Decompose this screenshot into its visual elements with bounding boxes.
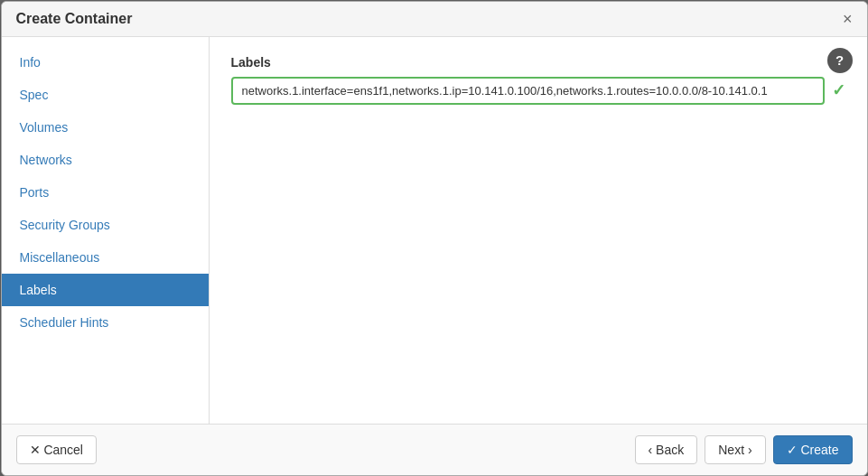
sidebar: Info Spec Volumes Networks Ports Securit… bbox=[2, 37, 210, 424]
labels-input-row: ✓ bbox=[231, 77, 845, 105]
modal-footer: ✕ Cancel ‹ Back Next › ✓ Create bbox=[2, 424, 867, 475]
check-icon: ✓ bbox=[832, 80, 845, 100]
close-button[interactable]: × bbox=[843, 11, 853, 27]
sidebar-item-networks[interactable]: Networks bbox=[2, 144, 209, 176]
sidebar-item-security-groups[interactable]: Security Groups bbox=[2, 209, 209, 241]
labels-input[interactable] bbox=[231, 77, 825, 105]
next-button[interactable]: Next › bbox=[705, 435, 765, 464]
cancel-button[interactable]: ✕ Cancel bbox=[16, 435, 97, 464]
help-button[interactable]: ? bbox=[827, 48, 853, 73]
modal-body: Info Spec Volumes Networks Ports Securit… bbox=[2, 37, 867, 424]
sidebar-item-volumes[interactable]: Volumes bbox=[2, 111, 209, 144]
back-button[interactable]: ‹ Back bbox=[635, 435, 698, 464]
create-button[interactable]: ✓ Create bbox=[773, 435, 853, 464]
sidebar-item-miscellaneous[interactable]: Miscellaneous bbox=[2, 241, 209, 274]
sidebar-item-info[interactable]: Info bbox=[2, 46, 209, 79]
create-container-modal: Create Container × Info Spec Volumes Net… bbox=[1, 1, 868, 476]
footer-right: ‹ Back Next › ✓ Create bbox=[635, 435, 853, 464]
modal-header: Create Container × bbox=[2, 2, 867, 37]
sidebar-item-ports[interactable]: Ports bbox=[2, 176, 209, 209]
modal-overlay: Create Container × Info Spec Volumes Net… bbox=[0, 0, 868, 476]
labels-field-label: Labels bbox=[231, 55, 845, 70]
sidebar-item-scheduler-hints[interactable]: Scheduler Hints bbox=[2, 306, 209, 339]
main-content: ? Labels ✓ bbox=[210, 37, 867, 424]
sidebar-item-labels[interactable]: Labels bbox=[2, 274, 209, 306]
modal-title: Create Container bbox=[16, 11, 133, 27]
footer-left: ✕ Cancel bbox=[16, 435, 97, 464]
sidebar-item-spec[interactable]: Spec bbox=[2, 79, 209, 111]
